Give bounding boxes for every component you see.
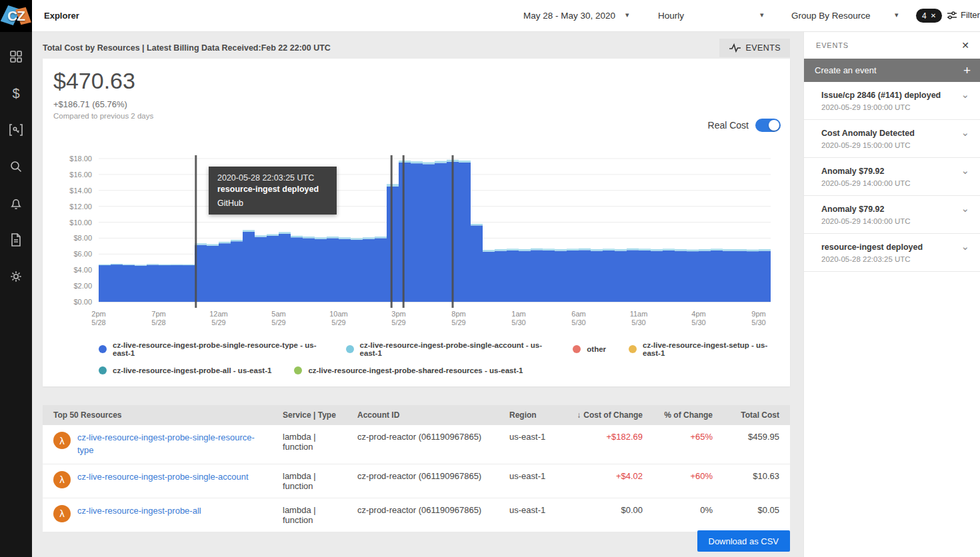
resource-link[interactable]: cz-live-resource-ingest-probe-single-acc… bbox=[77, 471, 249, 484]
event-title: Issue/cp 2846 (#141) deployed bbox=[821, 91, 971, 100]
svg-text:$14.00: $14.00 bbox=[69, 187, 92, 195]
events-panel-title: EVENTS bbox=[816, 41, 849, 49]
events-panel: EVENTS ✕ Create an event + Issue/cp 2846… bbox=[803, 32, 980, 557]
svg-text:5/30: 5/30 bbox=[631, 318, 645, 326]
topbar: Explorer May 28 - May 30, 2020 ▾ Hourly … bbox=[32, 0, 980, 32]
cost-chart-card: $470.63 +$186.71 (65.76%) Compared to pr… bbox=[43, 59, 790, 386]
event-time: 2020-05-28 22:03:25 UTC bbox=[821, 255, 971, 263]
sidebar-nav: $ bbox=[0, 32, 32, 285]
cloudzero-logo[interactable]: CZ bbox=[0, 0, 32, 32]
col-header-region[interactable]: Region bbox=[503, 405, 569, 425]
legend-color-dot bbox=[99, 345, 107, 353]
svg-text:6am: 6am bbox=[571, 310, 585, 318]
resource-link[interactable]: cz-live-resource-ingest-probe-single-res… bbox=[77, 432, 269, 457]
event-tooltip: 2020-05-28 22:03:25 UTC resource-ingest … bbox=[209, 167, 337, 215]
cost-dollar-icon[interactable]: $ bbox=[0, 85, 32, 102]
total-cost-cell: $459.95 bbox=[719, 425, 790, 464]
download-csv-button[interactable]: Download as CSV bbox=[697, 530, 791, 552]
col-header-cost-change[interactable]: ↓Cost of Change bbox=[569, 405, 649, 425]
event-title: resource-ingest deployed bbox=[821, 243, 971, 252]
clear-filters-icon[interactable]: ✕ bbox=[931, 12, 936, 19]
create-event-button[interactable]: Create an event + bbox=[804, 59, 980, 82]
table-row: λcz-live-resource-ingest-probe-single-ac… bbox=[43, 464, 790, 498]
real-cost-label: Real Cost bbox=[708, 120, 749, 131]
group-by-dropdown[interactable]: Group By Resource bbox=[791, 11, 871, 21]
chevron-down-icon[interactable]: ⌄ bbox=[961, 167, 969, 174]
event-time: 2020-05-29 14:00:00 UTC bbox=[821, 217, 971, 225]
svg-text:$0.00: $0.00 bbox=[73, 298, 92, 306]
dollar-glyph: $ bbox=[12, 86, 19, 101]
real-cost-toggle[interactable] bbox=[755, 119, 781, 132]
resources-table-card: Top 50 Resources Service | Type Account … bbox=[43, 405, 790, 532]
region-cell: us-east-1 bbox=[503, 498, 569, 532]
event-item[interactable]: Issue/cp 2846 (#141) deployed2020-05-29 … bbox=[804, 82, 980, 120]
date-range-dropdown[interactable]: May 28 - May 30, 2020 bbox=[523, 11, 615, 21]
svg-text:5/29: 5/29 bbox=[331, 318, 345, 326]
filters-button[interactable]: Filters bbox=[947, 10, 980, 20]
svg-text:5/30: 5/30 bbox=[511, 318, 525, 326]
event-item[interactable]: Anomaly $79.922020-05-29 14:00:00 UTC⌄ bbox=[804, 158, 980, 196]
event-item[interactable]: resource-ingest deployed2020-05-28 22:03… bbox=[804, 234, 980, 272]
legend-item[interactable]: other bbox=[573, 345, 606, 353]
resources-key-icon[interactable] bbox=[0, 121, 32, 139]
svg-text:$10.00: $10.00 bbox=[69, 219, 92, 227]
legend-item[interactable]: cz-live-resource-ingest-setup - us-east-… bbox=[629, 341, 779, 357]
granularity-dropdown[interactable]: Hourly bbox=[658, 11, 684, 21]
events-button-label: EVENTS bbox=[746, 43, 781, 53]
notifications-bell-icon[interactable] bbox=[0, 195, 32, 212]
dashboard-icon[interactable] bbox=[0, 48, 32, 65]
filter-count-badge[interactable]: 4 ✕ bbox=[916, 9, 942, 23]
col-header-service[interactable]: Service | Type bbox=[276, 405, 351, 425]
col-header-resources[interactable]: Top 50 Resources bbox=[43, 405, 276, 425]
col-header-total-cost[interactable]: Total Cost bbox=[719, 405, 790, 425]
legend-label: cz-live-resource-ingest-probe-all - us-e… bbox=[113, 366, 271, 374]
tooltip-source: GitHub bbox=[217, 199, 328, 208]
search-icon[interactable] bbox=[0, 158, 32, 175]
col-header-account[interactable]: Account ID bbox=[351, 405, 503, 425]
logo-text: CZ bbox=[0, 0, 32, 32]
svg-text:2pm: 2pm bbox=[91, 310, 105, 318]
table-row: λcz-live-resource-ingest-probe-single-re… bbox=[43, 425, 790, 464]
chevron-down-icon[interactable]: ⌄ bbox=[961, 91, 969, 98]
cost-bar-chart[interactable]: $0.00$2.00$4.00$6.00$8.00$10.00$12.00$14… bbox=[53, 152, 777, 326]
legend-label: other bbox=[587, 345, 606, 353]
svg-text:5/29: 5/29 bbox=[391, 318, 405, 326]
events-panel-close-icon[interactable]: ✕ bbox=[961, 40, 969, 51]
chart-title: Total Cost by Resources | Latest Billing… bbox=[43, 43, 331, 53]
events-toggle-button[interactable]: EVENTS bbox=[719, 39, 790, 57]
billing-document-icon[interactable] bbox=[0, 231, 32, 249]
events-pulse-icon bbox=[729, 43, 741, 53]
svg-text:$12.00: $12.00 bbox=[69, 203, 92, 211]
resource-link[interactable]: cz-live-resource-ingest-probe-all bbox=[77, 505, 201, 518]
granularity-caret-icon[interactable]: ▾ bbox=[760, 11, 764, 19]
legend-item[interactable]: cz-live-resource-ingest-probe-single-acc… bbox=[346, 341, 551, 357]
chevron-down-icon[interactable]: ⌄ bbox=[961, 129, 969, 136]
settings-gear-icon[interactable] bbox=[0, 268, 32, 285]
legend-item[interactable]: cz-live-resource-ingest-probe-single-res… bbox=[99, 341, 323, 357]
svg-text:1am: 1am bbox=[511, 310, 525, 318]
svg-text:$2.00: $2.00 bbox=[73, 282, 92, 290]
svg-text:5/28: 5/28 bbox=[91, 318, 105, 326]
chevron-down-icon[interactable]: ⌄ bbox=[961, 243, 969, 250]
event-item[interactable]: Anomaly $79.922020-05-29 14:00:00 UTC⌄ bbox=[804, 196, 980, 234]
date-range-caret-icon[interactable]: ▾ bbox=[625, 11, 629, 19]
pct-of-change-cell: 0% bbox=[649, 498, 719, 532]
col-header-pct-change[interactable]: % of Change bbox=[649, 405, 719, 425]
event-item[interactable]: Cost Anomaly Detected2020-05-29 15:00:00… bbox=[804, 120, 980, 158]
cost-summary: $470.63 +$186.71 (65.76%) Compared to pr… bbox=[53, 68, 153, 120]
tooltip-title: resource-ingest deployed bbox=[217, 185, 328, 194]
legend-item[interactable]: cz-live-resource-ingest-probe-all - us-e… bbox=[99, 366, 271, 374]
lambda-service-icon: λ bbox=[53, 432, 71, 449]
tooltip-time: 2020-05-28 22:03:25 UTC bbox=[217, 173, 328, 183]
toggle-knob bbox=[769, 120, 779, 131]
event-title: Anomaly $79.92 bbox=[821, 205, 971, 214]
total-cost-cell: $0.05 bbox=[719, 498, 790, 532]
legend-item[interactable]: cz-live-resource-ingest-probe-shared-res… bbox=[294, 366, 523, 374]
svg-text:10am: 10am bbox=[329, 310, 348, 318]
table-header-row: Top 50 Resources Service | Type Account … bbox=[43, 405, 790, 425]
chevron-down-icon[interactable]: ⌄ bbox=[961, 205, 969, 212]
pct-of-change-cell: +65% bbox=[649, 425, 719, 464]
group-by-caret-icon[interactable]: ▾ bbox=[895, 11, 899, 19]
legend-color-dot bbox=[629, 345, 637, 353]
svg-text:11am: 11am bbox=[630, 310, 648, 318]
